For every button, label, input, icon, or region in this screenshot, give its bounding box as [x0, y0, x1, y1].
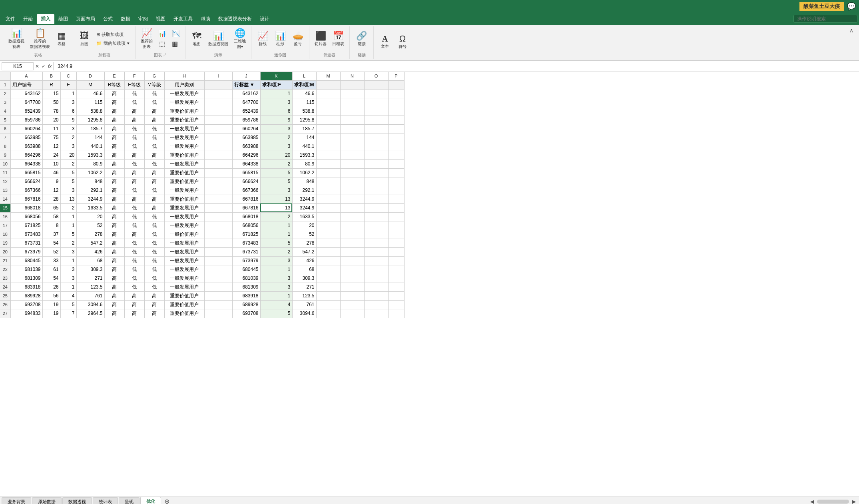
- row-number[interactable]: 20: [0, 247, 10, 256]
- cell-H9[interactable]: 重要价值用户: [164, 151, 204, 159]
- cell-E18[interactable]: 高: [104, 230, 124, 239]
- row-number[interactable]: 1: [0, 80, 10, 89]
- cell-L26[interactable]: 761: [292, 300, 316, 309]
- get-addins-btn[interactable]: ⊞ 获取加载项: [94, 31, 132, 38]
- cell-A8[interactable]: 663988: [10, 142, 42, 151]
- cell-A6[interactable]: 660264: [10, 124, 42, 133]
- sheet-tab-background[interactable]: 业务背景: [2, 497, 31, 504]
- cell-C24[interactable]: 1: [60, 283, 76, 291]
- cell-L9[interactable]: 1593.3: [292, 151, 316, 159]
- cell-H20[interactable]: 一般发展用户: [164, 247, 204, 256]
- cell-A7[interactable]: 663985: [10, 133, 42, 142]
- cell-B3[interactable]: 50: [42, 98, 60, 107]
- ribbon-collapse-btn[interactable]: ∧: [847, 26, 856, 59]
- cell-M25[interactable]: [316, 291, 340, 300]
- cell-B20[interactable]: 52: [42, 247, 60, 256]
- my-addins-btn[interactable]: 📁 我的加载项 ▾: [94, 40, 132, 47]
- cell-K2[interactable]: 1: [260, 89, 292, 98]
- cell-N27[interactable]: [340, 309, 364, 318]
- cell-D13[interactable]: 292.1: [76, 186, 104, 195]
- cell-P22[interactable]: [388, 265, 404, 274]
- cell-L5[interactable]: 1295.8: [292, 116, 316, 124]
- tab-review[interactable]: 审阅: [134, 14, 152, 24]
- tab-design[interactable]: 设计: [256, 14, 273, 24]
- row-number[interactable]: 11: [0, 168, 10, 177]
- cell-O14[interactable]: [364, 195, 388, 203]
- cell-B23[interactable]: 54: [42, 274, 60, 283]
- cell-M2[interactable]: [316, 89, 340, 98]
- cell-H18[interactable]: 一般价值用户: [164, 230, 204, 239]
- cell-P21[interactable]: [388, 256, 404, 265]
- cell-H5[interactable]: 重要价值用户: [164, 116, 204, 124]
- cell-G10[interactable]: 低: [144, 159, 164, 168]
- cell-G8[interactable]: 低: [144, 142, 164, 151]
- cell-B1[interactable]: R: [42, 80, 60, 89]
- confirm-formula-icon[interactable]: ✓: [42, 64, 46, 69]
- winloss-sparkline-btn[interactable]: 🥧 盈亏: [290, 30, 306, 48]
- cell-D25[interactable]: 761: [76, 291, 104, 300]
- cell-E7[interactable]: 高: [104, 133, 124, 142]
- chat-icon[interactable]: 💬: [847, 2, 856, 11]
- cell-O22[interactable]: [364, 265, 388, 274]
- cell-G24[interactable]: 低: [144, 283, 164, 291]
- row-number[interactable]: 23: [0, 274, 10, 283]
- cell-E10[interactable]: 高: [104, 159, 124, 168]
- row-number[interactable]: 4: [0, 107, 10, 116]
- cell-C23[interactable]: 3: [60, 274, 76, 283]
- text-btn[interactable]: A 文本: [377, 34, 393, 50]
- cell-K25[interactable]: 1: [260, 291, 292, 300]
- cell-I16[interactable]: [204, 212, 232, 221]
- cell-D2[interactable]: 46.6: [76, 89, 104, 98]
- recommended-pivot-btn[interactable]: 📋 推荐的数据透视表: [28, 28, 52, 51]
- cell-J27[interactable]: 693708: [232, 309, 260, 318]
- cell-L3[interactable]: 115: [292, 98, 316, 107]
- cell-P15[interactable]: [388, 203, 404, 212]
- cell-L18[interactable]: 52: [292, 230, 316, 239]
- cell-F2[interactable]: 低: [124, 89, 144, 98]
- cell-B14[interactable]: 28: [42, 195, 60, 203]
- col-header-n[interactable]: N: [340, 72, 364, 80]
- cell-N7[interactable]: [340, 133, 364, 142]
- cell-D16[interactable]: 20: [76, 212, 104, 221]
- cell-B10[interactable]: 10: [42, 159, 60, 168]
- cell-K10[interactable]: 2: [260, 159, 292, 168]
- cell-M6[interactable]: [316, 124, 340, 133]
- tab-draw[interactable]: 绘图: [54, 14, 72, 24]
- cell-reference-input[interactable]: [2, 62, 34, 70]
- cell-B19[interactable]: 54: [42, 239, 60, 247]
- cell-N20[interactable]: [340, 247, 364, 256]
- formula-input[interactable]: [56, 63, 857, 70]
- cell-M5[interactable]: [316, 116, 340, 124]
- cell-I6[interactable]: [204, 124, 232, 133]
- cell-A2[interactable]: 643162: [10, 89, 42, 98]
- cell-J6[interactable]: 660264: [232, 124, 260, 133]
- cell-G5[interactable]: 高: [144, 116, 164, 124]
- row-number[interactable]: 24: [0, 283, 10, 291]
- cell-M13[interactable]: [316, 186, 340, 195]
- cell-G11[interactable]: 高: [144, 168, 164, 177]
- cell-K14[interactable]: 13: [260, 195, 292, 203]
- col-header-k[interactable]: K: [260, 72, 292, 80]
- row-number[interactable]: 21: [0, 256, 10, 265]
- cell-E17[interactable]: 高: [104, 221, 124, 230]
- cell-I14[interactable]: [204, 195, 232, 203]
- cell-M10[interactable]: [316, 159, 340, 168]
- cell-N10[interactable]: [340, 159, 364, 168]
- cell-I26[interactable]: [204, 300, 232, 309]
- cell-D27[interactable]: 2964.5: [76, 309, 104, 318]
- cell-J20[interactable]: 673731: [232, 247, 260, 256]
- row-number[interactable]: 27: [0, 309, 10, 318]
- cell-N18[interactable]: [340, 230, 364, 239]
- cell-G12[interactable]: 高: [144, 177, 164, 186]
- cell-H7[interactable]: 一般发展用户: [164, 133, 204, 142]
- cell-G25[interactable]: 高: [144, 291, 164, 300]
- cell-E4[interactable]: 高: [104, 107, 124, 116]
- cell-L23[interactable]: 309.3: [292, 274, 316, 283]
- cell-M20[interactable]: [316, 247, 340, 256]
- cell-O4[interactable]: [364, 107, 388, 116]
- cell-I1[interactable]: [204, 80, 232, 89]
- cell-J25[interactable]: 683918: [232, 291, 260, 300]
- cell-F11[interactable]: 高: [124, 168, 144, 177]
- col-header-b[interactable]: B: [42, 72, 60, 80]
- cell-L16[interactable]: 1633.5: [292, 212, 316, 221]
